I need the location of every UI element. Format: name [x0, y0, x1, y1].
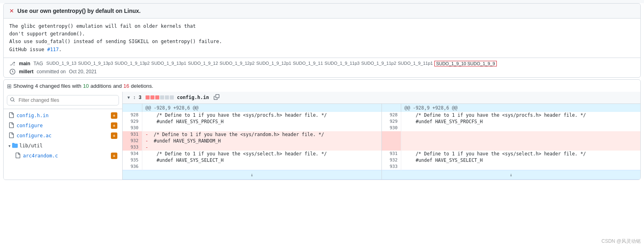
expand-bottom-cell[interactable]: ↓	[123, 170, 381, 179]
copy-icon[interactable]	[214, 94, 219, 101]
diff-outer: config.h.in + configure +	[4, 92, 640, 180]
author-link[interactable]: millert	[19, 69, 33, 74]
ln-930-r: 930	[382, 125, 401, 131]
file-badge-1: +	[111, 112, 117, 119]
lc-932-l: - #undef HAVE_SYS_RANDOM_H	[142, 138, 381, 144]
diff-left-panel: @@ -928,9 +928,6 @@ 928 /* Define to 1 i…	[123, 104, 382, 180]
lc-934-l: /* Define to 1 if you have the <sys/sele…	[142, 151, 381, 157]
ln-931-l: 931	[123, 131, 142, 138]
showing-label: Showing	[13, 83, 33, 89]
diff-blocks	[146, 95, 174, 99]
filter-wrap	[4, 92, 122, 109]
expand-diff-icon[interactable]: ⊞	[7, 83, 12, 89]
tag-7: SUDO_1_9_12p1	[256, 61, 291, 66]
diff-row-r7: 931 /* Define to 1 if you have the <sys/…	[382, 151, 641, 157]
branch-icon: ⎇	[9, 60, 16, 67]
hunk-header-row: @@ -928,9 +928,6 @@	[123, 104, 381, 112]
file-list: config.h.in + configure +	[4, 109, 122, 163]
commit-body-line2: don't support getrandom().	[9, 30, 635, 38]
tag-9: SUDO_1_9_11p3	[325, 61, 360, 66]
branch-name: main	[19, 61, 30, 66]
ln-928-r: 928	[382, 112, 401, 118]
lc-928-r: /* Define to 1 if you have the <sys/proc…	[401, 112, 641, 118]
ln-empty2-r	[382, 138, 401, 144]
diff-row-r2: 929 #undef HAVE_SYS_PROCFS_H	[382, 118, 641, 125]
diff-row-r3: 930	[382, 125, 641, 131]
search-icon	[10, 97, 15, 103]
ln-928-l: 928	[123, 112, 142, 118]
clock-icon	[9, 68, 16, 75]
file-icon-2	[8, 122, 14, 129]
list-item[interactable]: config.h.in +	[4, 111, 122, 121]
tag-2: SUDO_1_9_13p3	[78, 61, 113, 66]
ln-931-r: 931	[382, 151, 401, 157]
file-icon-1	[8, 112, 14, 119]
tag-11: SUDO_1_9_11p1	[398, 61, 433, 66]
diff-row-l9: 936	[123, 163, 381, 170]
ln-934-l: 934	[123, 151, 142, 157]
file-icon-3	[8, 132, 14, 139]
hunk-ln-right	[382, 104, 401, 112]
hunk-ln-left	[123, 104, 142, 112]
diff-row-l1: 928 /* Define to 1 if you have the <sys/…	[123, 112, 381, 118]
hunk-header-right: @@ -928,9 +928,6 @@	[401, 104, 641, 112]
diff-row-empty2	[382, 138, 641, 144]
split-diff-container: @@ -928,9 +928,6 @@ 928 /* Define to 1 i…	[123, 104, 640, 180]
commit-body-line3: Also use sudo_fatal() instead of sending…	[9, 38, 635, 45]
commit-date: Oct 20, 2021	[69, 69, 97, 74]
filter-input[interactable]	[7, 95, 119, 105]
commit-date-label: committed on	[37, 69, 66, 74]
commit-title: Use our own getentropy() by default on L…	[17, 8, 141, 14]
diff-row-l7: 934 /* Define to 1 if you have the <sys/…	[123, 151, 381, 157]
issue-link[interactable]: #117	[47, 47, 59, 52]
file-name-1: config.h.in	[17, 113, 108, 118]
commit-section: ✕ Use our own getentropy() by default on…	[3, 3, 641, 78]
tag-8: SUDO_1_9_11	[293, 61, 323, 66]
lc-929-r: #undef HAVE_SYS_PROCFS_H	[401, 118, 641, 125]
close-icon: ✕	[9, 8, 14, 14]
lc-930-r	[401, 125, 641, 131]
ln-empty3-r	[382, 144, 401, 151]
list-item[interactable]: configure +	[4, 121, 122, 131]
expand-row-bottom-r: ↓	[382, 170, 641, 179]
lc-930-l	[142, 125, 381, 131]
showing-section: ⊞ Showing 4 changed files with 10 additi…	[4, 80, 640, 92]
lc-932-r: #undef HAVE_SYS_SELECT_H	[401, 157, 641, 163]
diff-arrow-icon: ↕	[133, 95, 135, 100]
main-diff-wrap: ⊞ Showing 4 changed files with 10 additi…	[3, 79, 641, 180]
tags-list: SUDO_1_9_13 SUDO_1_9_13p3 SUDO_1_9_13p2 …	[46, 61, 497, 66]
list-item[interactable]: arc4random.c +	[4, 151, 122, 161]
folder-chevron-icon: ▾	[8, 144, 10, 148]
folder-item[interactable]: ▾ lib/util	[4, 141, 122, 151]
list-item[interactable]: configure.ac +	[4, 131, 122, 141]
diff-row-r9: 933	[382, 163, 641, 170]
ln-933-l: 933	[123, 144, 142, 151]
diff-row-r8: 932 #undef HAVE_SYS_SELECT_H	[382, 157, 641, 163]
page-container: ✕ Use our own getentropy() by default on…	[0, 3, 644, 248]
diff-row-del3: 933 -	[123, 144, 381, 151]
tag-6: SUDO_1_9_12p2	[220, 61, 255, 66]
folder-icon	[12, 143, 18, 149]
file-badge-2: +	[111, 122, 117, 129]
diff-right-panel: @@ -928,9 +928,6 @@ 928 /* Define to 1 i…	[382, 104, 641, 180]
ln-empty1-r	[382, 131, 401, 138]
deletions-count: 16	[123, 83, 129, 89]
watermark: CSDN @风灵动铭	[601, 238, 641, 245]
expand-row-bottom: ↓	[123, 170, 381, 179]
expand-bottom-cell-r[interactable]: ↓	[382, 170, 641, 179]
author-row: millert committed on Oct 20, 2021	[9, 68, 635, 75]
branch-row: ⎇ main TAG SUDO_1_9_13 SUDO_1_9_13p3 SUD…	[9, 60, 635, 67]
lc-933-r	[401, 163, 641, 170]
file-collapse-chevron[interactable]: ▾	[127, 95, 130, 100]
changed-label: changed files	[40, 83, 71, 89]
lc-936-l	[142, 163, 381, 170]
diff-left-table: @@ -928,9 +928,6 @@ 928 /* Define to 1 i…	[123, 104, 381, 180]
lc-empty1-r	[401, 131, 641, 138]
diff-row-r1: 928 /* Define to 1 if you have the <sys/…	[382, 112, 641, 118]
ln-932-r: 932	[382, 157, 401, 163]
tag-5: SUDO_1_9_12	[188, 61, 218, 66]
expand-down-icon[interactable]: ↓	[250, 172, 253, 178]
diff-count-badge: 3	[139, 95, 142, 100]
expand-down-icon-r[interactable]: ↓	[510, 172, 513, 178]
lc-empty2-r	[401, 138, 641, 144]
